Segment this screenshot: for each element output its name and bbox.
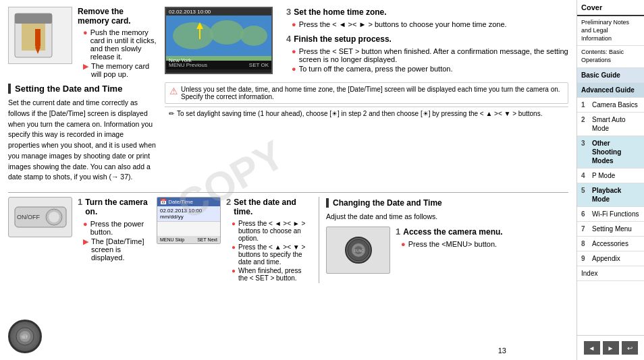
menu-skip-label: MENU Skip	[160, 237, 184, 242]
svg-text:ON/OFF: ON/OFF	[17, 214, 40, 220]
step2-title: Set the date and time.	[234, 198, 312, 216]
sidebar-item-contents[interactable]: Contents: Basic Operations	[577, 46, 644, 67]
arrow-icon: ▶	[83, 62, 88, 71]
sidebar-item-appendix[interactable]: 9 Appendix	[577, 251, 644, 266]
step4-number: 4	[286, 34, 291, 44]
item-num-6: 6	[581, 210, 589, 218]
datetime-top-label: 📅 Date/Time	[157, 198, 220, 206]
step1-arrow1: The [Date/Time] screen is displayed.	[91, 237, 150, 262]
sidebar: Cover Preliminary Notes and Legal Inform…	[576, 0, 644, 360]
contents-label: Contents: Basic Operations	[581, 49, 624, 63]
item-label-9: Appendix	[592, 254, 620, 263]
item-label-1: Camera Basics	[592, 100, 638, 109]
step4-bullet2-icon: ●	[292, 65, 296, 73]
access-number: 1	[396, 227, 400, 237]
advanced-guide-label: Advanced Guide	[581, 86, 635, 94]
item-label-6: Wi-Fi Functions	[592, 210, 639, 218]
warning-icon: ⚠	[169, 86, 178, 100]
index-label: Index	[581, 270, 597, 277]
item-num-4: 4	[581, 171, 589, 180]
sidebar-nav: ◄ ► ↩	[577, 335, 644, 360]
section-title: Setting the Date and Time	[8, 84, 157, 94]
step3-bullet-icon: ●	[292, 20, 296, 28]
camera-menu-image: FUNC	[326, 227, 390, 274]
step2-bullet3: When finished, press the < SET > button.	[238, 267, 312, 282]
pencil-note: ✏ To set daylight saving time (1 hour ah…	[165, 107, 568, 120]
step3-title: Set the home time zone.	[294, 7, 386, 17]
note2-text: To set daylight saving time (1 hour ahea…	[177, 110, 542, 117]
sidebar-item-p-mode[interactable]: 4 P Mode	[577, 169, 644, 183]
sidebar-item-accessories[interactable]: 8 Accessories	[577, 237, 644, 251]
step3-bullet1: Press the < ◄ >< ► > buttons to choose y…	[299, 20, 507, 28]
access-title: Access the camera menu.	[403, 227, 502, 237]
item-num-2: 2	[581, 115, 589, 133]
sidebar-item-index[interactable]: Index	[577, 266, 644, 281]
item-label-7: Setting Menu	[592, 224, 632, 233]
prev-button[interactable]: ◄	[584, 341, 600, 355]
next-button[interactable]: ►	[603, 341, 619, 355]
note1-text: Unless you set the date, time, and home …	[181, 86, 564, 100]
step1-arrow1-icon: ▶	[83, 237, 88, 246]
bullet-icon: ●	[83, 28, 88, 36]
step2-bullet1: Press the < ◄ >< ► > buttons to choose a…	[238, 220, 312, 242]
item-label-8: Accessories	[592, 239, 628, 248]
pencil-icon: ✏	[169, 110, 174, 117]
svg-rect-1	[22, 24, 45, 51]
item-num-8: 8	[581, 239, 589, 248]
prelim-label: Preliminary Notes and Legal Information	[581, 19, 629, 41]
sidebar-item-other-shooting[interactable]: 3 Other Shooting Modes	[577, 136, 644, 169]
access-bullet1: Press the <MENU> button.	[408, 240, 497, 248]
item-num-5: 5	[581, 186, 589, 204]
step2-number: 2	[226, 197, 231, 207]
step4-title: Finish the setup process.	[294, 34, 392, 44]
camera-screen: 02.02.2013 10:00	[165, 7, 273, 74]
svg-point-8	[210, 20, 244, 44]
sidebar-item-prelim[interactable]: Preliminary Notes and Legal Information	[577, 16, 644, 46]
return-button[interactable]: ↩	[622, 341, 638, 355]
svg-point-15	[49, 212, 59, 222]
step2-bullet2: Press the < ▲ >< ▼ > buttons to specify …	[238, 243, 312, 266]
svg-rect-2	[15, 13, 52, 24]
sidebar-item-advanced-guide[interactable]: Advanced Guide	[577, 83, 644, 98]
datetime-nav: MENU Skip SET Next	[157, 236, 220, 243]
sidebar-item-basic-guide[interactable]: Basic Guide	[577, 68, 644, 83]
item-label-3: Other Shooting Modes	[592, 139, 640, 165]
step3-number: 3	[286, 7, 291, 17]
change-desc: Adjust the date and time as follows.	[326, 212, 568, 222]
change-section-title: Changing the Date and Time	[326, 198, 568, 208]
screen-set-label: SET OK	[249, 62, 269, 68]
sidebar-item-smart-auto[interactable]: 2 Smart Auto Mode	[577, 113, 644, 136]
memory-card-image	[8, 7, 72, 64]
on-off-button-image: ON/OFF	[8, 197, 72, 237]
item-label-5: Playback Mode	[592, 186, 640, 204]
item-num-7: 7	[581, 224, 589, 233]
set-next-label: SET Next	[197, 237, 217, 242]
svg-rect-4	[35, 29, 41, 34]
sidebar-item-camera-basics[interactable]: 1 Camera Basics	[577, 98, 644, 113]
datetime-row: 02.02.2013 10:00 mm/dd/yy	[157, 206, 220, 222]
note-box1: ⚠ Unless you set the date, time, and hom…	[165, 82, 568, 104]
svg-point-9	[240, 26, 267, 46]
step4-bullet1-icon: ●	[292, 47, 296, 55]
sidebar-item-setting-menu[interactable]: 7 Setting Menu	[577, 222, 644, 237]
step4-bullet1: Press the < SET > button when finished. …	[299, 47, 568, 63]
step2-b3-icon: ●	[232, 267, 236, 274]
basic-guide-label: Basic Guide	[581, 71, 620, 79]
sidebar-item-wifi[interactable]: 6 Wi-Fi Functions	[577, 207, 644, 222]
step1-bullet1-icon: ●	[83, 220, 88, 228]
sidebar-item-cover[interactable]: Cover	[577, 0, 644, 16]
step1-bullet1: Press the power button.	[90, 220, 150, 236]
step4-bullet2: To turn off the camera, press the power …	[299, 65, 453, 73]
section-description: Set the current date and time correctly …	[8, 98, 157, 183]
remove-bullet1: Push the memory card in until it clicks,…	[90, 28, 157, 61]
step2-b1-icon: ●	[232, 220, 236, 227]
screen-datetime: 02.02.2013 10:00	[166, 8, 271, 16]
func-button-small: FUNC	[345, 237, 372, 264]
svg-text:FUNC: FUNC	[354, 249, 364, 253]
cover-label: Cover	[581, 3, 602, 11]
section-divider	[8, 192, 568, 193]
step1-title: Turn the camera on.	[85, 198, 150, 216]
item-label-2: Smart Auto Mode	[592, 115, 640, 133]
screen-location: New York	[169, 57, 192, 63]
sidebar-item-playback[interactable]: 5 Playback Mode	[577, 183, 644, 207]
